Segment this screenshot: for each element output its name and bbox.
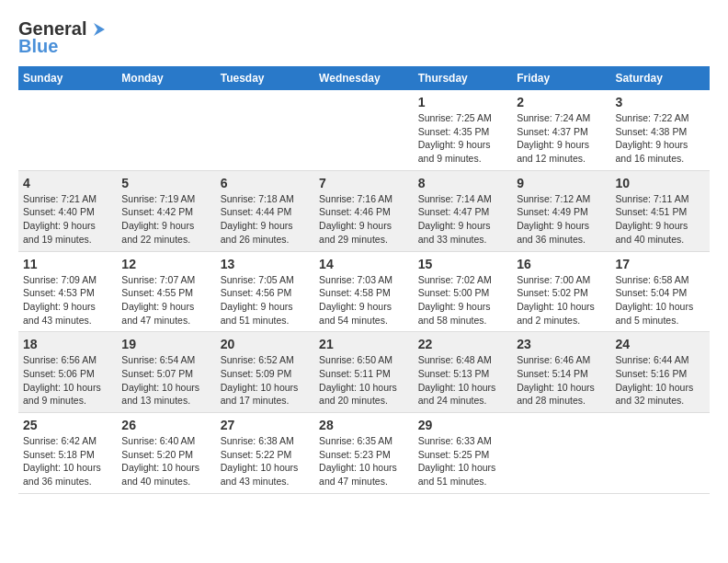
week-row-3: 11Sunrise: 7:09 AMSunset: 4:53 PMDayligh… bbox=[18, 251, 710, 332]
day-cell: 4Sunrise: 7:21 AMSunset: 4:40 PMDaylight… bbox=[18, 170, 117, 251]
day-cell: 7Sunrise: 7:16 AMSunset: 4:46 PMDaylight… bbox=[314, 170, 414, 251]
day-cell: 21Sunrise: 6:50 AMSunset: 5:11 PMDayligh… bbox=[314, 332, 414, 413]
day-cell bbox=[611, 413, 711, 494]
day-cell: 15Sunrise: 7:02 AMSunset: 5:00 PMDayligh… bbox=[414, 251, 512, 332]
day-info: Sunrise: 6:54 AMSunset: 5:07 PMDaylight:… bbox=[121, 353, 210, 408]
week-row-1: 1Sunrise: 7:25 AMSunset: 4:35 PMDaylight… bbox=[18, 90, 710, 170]
day-number: 18 bbox=[23, 337, 112, 351]
day-info: Sunrise: 7:25 AMSunset: 4:35 PMDaylight:… bbox=[418, 111, 507, 166]
day-info: Sunrise: 6:44 AMSunset: 5:16 PMDaylight:… bbox=[616, 353, 706, 408]
week-row-5: 25Sunrise: 6:42 AMSunset: 5:18 PMDayligh… bbox=[18, 413, 710, 494]
logo-container: General Blue bbox=[18, 18, 107, 57]
day-number: 22 bbox=[418, 337, 507, 351]
day-cell: 12Sunrise: 7:07 AMSunset: 4:55 PMDayligh… bbox=[117, 251, 215, 332]
day-cell: 8Sunrise: 7:14 AMSunset: 4:47 PMDaylight… bbox=[414, 170, 512, 251]
day-number: 21 bbox=[319, 337, 409, 351]
day-info: Sunrise: 6:46 AMSunset: 5:14 PMDaylight:… bbox=[517, 353, 606, 408]
day-info: Sunrise: 7:03 AMSunset: 4:58 PMDaylight:… bbox=[319, 273, 409, 327]
day-cell bbox=[117, 90, 215, 170]
day-cell: 5Sunrise: 7:19 AMSunset: 4:42 PMDaylight… bbox=[117, 170, 215, 251]
day-cell: 20Sunrise: 6:52 AMSunset: 5:09 PMDayligh… bbox=[216, 332, 314, 413]
col-header-monday: Monday bbox=[117, 66, 215, 90]
day-cell: 6Sunrise: 7:18 AMSunset: 4:44 PMDaylight… bbox=[216, 170, 314, 251]
day-number: 29 bbox=[418, 418, 507, 432]
day-number: 3 bbox=[616, 95, 706, 109]
day-info: Sunrise: 6:40 AMSunset: 5:20 PMDaylight:… bbox=[121, 434, 210, 488]
day-cell: 17Sunrise: 6:58 AMSunset: 5:04 PMDayligh… bbox=[611, 251, 711, 332]
day-info: Sunrise: 7:18 AMSunset: 4:44 PMDaylight:… bbox=[221, 192, 310, 247]
day-cell: 24Sunrise: 6:44 AMSunset: 5:16 PMDayligh… bbox=[611, 332, 711, 413]
day-cell: 2Sunrise: 7:24 AMSunset: 4:37 PMDaylight… bbox=[512, 90, 610, 170]
col-header-thursday: Thursday bbox=[414, 66, 512, 90]
day-number: 27 bbox=[221, 418, 310, 432]
day-info: Sunrise: 7:09 AMSunset: 4:53 PMDaylight:… bbox=[23, 273, 112, 327]
day-info: Sunrise: 6:35 AMSunset: 5:23 PMDaylight:… bbox=[319, 434, 409, 488]
logo: General Blue bbox=[18, 18, 107, 57]
day-number: 24 bbox=[616, 337, 706, 351]
day-info: Sunrise: 7:05 AMSunset: 4:56 PMDaylight:… bbox=[221, 273, 310, 327]
day-info: Sunrise: 7:02 AMSunset: 5:00 PMDaylight:… bbox=[418, 273, 507, 327]
day-number: 7 bbox=[319, 176, 409, 190]
day-number: 5 bbox=[121, 176, 210, 190]
page-header: General Blue bbox=[18, 18, 710, 57]
col-header-tuesday: Tuesday bbox=[216, 66, 314, 90]
day-cell: 27Sunrise: 6:38 AMSunset: 5:22 PMDayligh… bbox=[216, 413, 314, 494]
week-row-4: 18Sunrise: 6:56 AMSunset: 5:06 PMDayligh… bbox=[18, 332, 710, 413]
day-number: 19 bbox=[121, 337, 210, 351]
day-number: 23 bbox=[517, 337, 606, 351]
day-cell: 23Sunrise: 6:46 AMSunset: 5:14 PMDayligh… bbox=[512, 332, 610, 413]
logo-bird-icon bbox=[86, 21, 107, 38]
day-number: 1 bbox=[418, 95, 507, 109]
day-info: Sunrise: 6:52 AMSunset: 5:09 PMDaylight:… bbox=[221, 353, 310, 408]
day-cell bbox=[18, 90, 117, 170]
logo-text-blue: Blue bbox=[18, 36, 58, 57]
day-cell: 13Sunrise: 7:05 AMSunset: 4:56 PMDayligh… bbox=[216, 251, 314, 332]
day-cell bbox=[314, 90, 414, 170]
day-number: 20 bbox=[221, 337, 310, 351]
day-info: Sunrise: 7:07 AMSunset: 4:55 PMDaylight:… bbox=[121, 273, 210, 327]
day-cell: 26Sunrise: 6:40 AMSunset: 5:20 PMDayligh… bbox=[117, 413, 215, 494]
calendar-table: SundayMondayTuesdayWednesdayThursdayFrid… bbox=[18, 66, 710, 494]
day-info: Sunrise: 6:38 AMSunset: 5:22 PMDaylight:… bbox=[221, 434, 310, 488]
day-info: Sunrise: 6:58 AMSunset: 5:04 PMDaylight:… bbox=[616, 273, 706, 327]
day-number: 16 bbox=[517, 257, 606, 271]
day-cell: 18Sunrise: 6:56 AMSunset: 5:06 PMDayligh… bbox=[18, 332, 117, 413]
day-number: 9 bbox=[517, 176, 606, 190]
day-info: Sunrise: 7:11 AMSunset: 4:51 PMDaylight:… bbox=[616, 192, 706, 247]
col-header-friday: Friday bbox=[512, 66, 610, 90]
day-cell: 14Sunrise: 7:03 AMSunset: 4:58 PMDayligh… bbox=[314, 251, 414, 332]
day-info: Sunrise: 7:22 AMSunset: 4:38 PMDaylight:… bbox=[616, 111, 706, 166]
day-number: 4 bbox=[23, 176, 112, 190]
col-header-wednesday: Wednesday bbox=[314, 66, 414, 90]
day-info: Sunrise: 6:50 AMSunset: 5:11 PMDaylight:… bbox=[319, 353, 409, 408]
day-number: 10 bbox=[616, 176, 706, 190]
day-info: Sunrise: 7:00 AMSunset: 5:02 PMDaylight:… bbox=[517, 273, 606, 327]
day-cell: 19Sunrise: 6:54 AMSunset: 5:07 PMDayligh… bbox=[117, 332, 215, 413]
day-number: 28 bbox=[319, 418, 409, 432]
day-info: Sunrise: 7:14 AMSunset: 4:47 PMDaylight:… bbox=[418, 192, 507, 247]
day-cell: 29Sunrise: 6:33 AMSunset: 5:25 PMDayligh… bbox=[414, 413, 512, 494]
day-info: Sunrise: 6:42 AMSunset: 5:18 PMDaylight:… bbox=[23, 434, 112, 488]
day-number: 12 bbox=[121, 257, 210, 271]
day-cell: 11Sunrise: 7:09 AMSunset: 4:53 PMDayligh… bbox=[18, 251, 117, 332]
day-cell: 3Sunrise: 7:22 AMSunset: 4:38 PMDaylight… bbox=[611, 90, 711, 170]
header-row: SundayMondayTuesdayWednesdayThursdayFrid… bbox=[18, 66, 710, 90]
day-number: 2 bbox=[517, 95, 606, 109]
day-cell: 10Sunrise: 7:11 AMSunset: 4:51 PMDayligh… bbox=[611, 170, 711, 251]
col-header-saturday: Saturday bbox=[611, 66, 711, 90]
svg-marker-0 bbox=[94, 23, 105, 36]
day-info: Sunrise: 7:19 AMSunset: 4:42 PMDaylight:… bbox=[121, 192, 210, 247]
day-cell bbox=[216, 90, 314, 170]
day-cell: 22Sunrise: 6:48 AMSunset: 5:13 PMDayligh… bbox=[414, 332, 512, 413]
day-cell: 25Sunrise: 6:42 AMSunset: 5:18 PMDayligh… bbox=[18, 413, 117, 494]
week-row-2: 4Sunrise: 7:21 AMSunset: 4:40 PMDaylight… bbox=[18, 170, 710, 251]
day-info: Sunrise: 6:48 AMSunset: 5:13 PMDaylight:… bbox=[418, 353, 507, 408]
day-number: 26 bbox=[121, 418, 210, 432]
day-number: 13 bbox=[221, 257, 310, 271]
day-cell bbox=[512, 413, 610, 494]
day-cell: 16Sunrise: 7:00 AMSunset: 5:02 PMDayligh… bbox=[512, 251, 610, 332]
day-cell: 1Sunrise: 7:25 AMSunset: 4:35 PMDaylight… bbox=[414, 90, 512, 170]
day-number: 15 bbox=[418, 257, 507, 271]
day-number: 8 bbox=[418, 176, 507, 190]
day-number: 14 bbox=[319, 257, 409, 271]
